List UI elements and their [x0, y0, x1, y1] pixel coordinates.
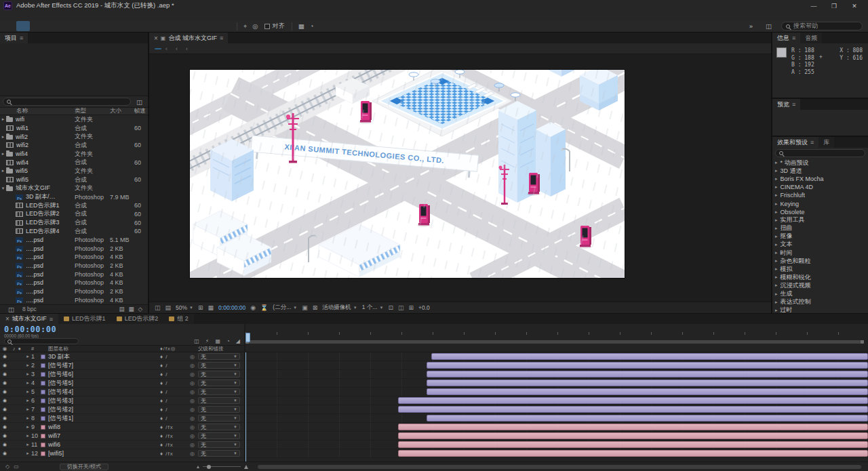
lock-column-icon[interactable]: ●: [18, 346, 22, 352]
layer-duration-bar[interactable]: [427, 371, 868, 377]
layer-name[interactable]: [wifi5]: [48, 450, 160, 457]
layer-duration-bar[interactable]: [427, 388, 868, 395]
label-color-chip[interactable]: [41, 451, 45, 456]
expander-icon[interactable]: ▸: [0, 151, 6, 157]
layer-row[interactable]: ◉ ▸ 7 [信号塔2] ♦ / ◎ 无▼: [0, 405, 244, 414]
layer-duration-bar[interactable]: [427, 415, 868, 422]
pickwhip-icon[interactable]: ◎: [190, 371, 198, 377]
layer-duration-bar[interactable]: [398, 450, 868, 457]
project-row[interactable]: ….psd Photoshop 4 KB: [0, 295, 148, 304]
chevron-right-icon[interactable]: ▸: [775, 283, 778, 288]
chevron-right-icon[interactable]: ▸: [775, 250, 778, 255]
layer-name[interactable]: [信号塔5]: [48, 379, 160, 388]
layer-row[interactable]: ◉ ▸ 5 [信号塔4] ♦ / ◎ 无▼: [0, 388, 244, 396]
chevron-right-icon[interactable]: ▸: [775, 176, 778, 182]
parent-dropdown[interactable]: 无▼: [198, 353, 240, 360]
draft-3d-icon[interactable]: ⚡: [205, 338, 210, 344]
zoom-tool[interactable]: [43, 21, 57, 31]
current-time-display[interactable]: 0:00:00:00: [218, 304, 245, 311]
label-color-chip[interactable]: [41, 425, 45, 430]
chevron-right-icon[interactable]: ▸: [775, 308, 778, 313]
label-color-chip[interactable]: [41, 372, 45, 377]
layer-duration-bar[interactable]: [398, 432, 868, 439]
timeline-track-row[interactable]: [245, 423, 868, 432]
graph-editor-icon[interactable]: ◢: [236, 338, 240, 344]
label-color-chip[interactable]: [41, 443, 45, 447]
workspace-overflow-chevron[interactable]: »: [749, 22, 753, 30]
current-time-indicator-line[interactable]: [245, 352, 246, 462]
close-icon[interactable]: ×: [154, 35, 158, 42]
timeline-track-row[interactable]: [245, 449, 868, 458]
project-row[interactable]: LED告示牌1 合成 60: [0, 201, 148, 210]
expander-icon[interactable]: ▸: [24, 424, 31, 430]
label-color-chip[interactable]: [41, 416, 45, 421]
expander-icon[interactable]: ▸: [24, 363, 31, 368]
effects-category[interactable]: ▸ Frischluft: [772, 191, 868, 199]
audio-column-icon[interactable]: ♪: [13, 346, 16, 352]
column-type[interactable]: 类型: [75, 107, 110, 115]
project-column-headers[interactable]: 名称 类型 大小 帧速: [0, 107, 148, 115]
layer-switches[interactable]: ♦ /fx: [160, 433, 190, 439]
parent-dropdown[interactable]: 无▼: [198, 415, 240, 422]
close-icon[interactable]: ×: [5, 315, 9, 323]
visibility-eye-icon[interactable]: ◉: [0, 407, 9, 412]
project-row[interactable]: ….psd Photoshop 5.1 MB: [0, 236, 148, 245]
expand-layers-icon[interactable]: ◇: [5, 464, 9, 470]
timeline-zoom-control[interactable]: [197, 465, 248, 469]
motion-blur-icon[interactable]: ◔: [226, 338, 230, 344]
timeline-track-row[interactable]: [245, 361, 868, 370]
timeline-track-row[interactable]: [245, 405, 868, 414]
pan-camera-tool[interactable]: [71, 21, 84, 31]
layer-switches[interactable]: ♦ /: [160, 389, 190, 395]
expander-icon[interactable]: ▸: [24, 415, 31, 421]
chevron-right-icon[interactable]: ▸: [775, 209, 778, 215]
zoom-slider-handle[interactable]: [207, 465, 211, 469]
parent-dropdown[interactable]: 无▼: [198, 450, 240, 457]
layer-name[interactable]: [信号塔4]: [48, 388, 160, 396]
breadcrumb-item[interactable]: [161, 45, 172, 52]
panel-menu-icon[interactable]: ≡: [810, 139, 814, 146]
maximize-button[interactable]: ❐: [824, 3, 844, 9]
timeline-track-row[interactable]: [245, 352, 868, 361]
time-ruler[interactable]: [245, 324, 868, 352]
show-snapshot-icon[interactable]: ▤: [165, 304, 172, 311]
effects-category[interactable]: ▸ * 动画预设: [772, 159, 868, 167]
number-column[interactable]: #: [31, 346, 41, 352]
layer-row[interactable]: ◉ ▸ 4 [信号塔5] ♦ / ◎ 无▼: [0, 379, 244, 388]
breadcrumb-item[interactable]: [182, 45, 192, 52]
parent-dropdown[interactable]: 无▼: [198, 406, 240, 413]
timeline-tab[interactable]: × 城市水文GIF ≡: [0, 314, 58, 324]
eraser-tool[interactable]: [193, 21, 206, 31]
label-color-chip[interactable]: [41, 363, 45, 368]
zoom-in-icon[interactable]: [244, 465, 248, 469]
label-color-chip[interactable]: [41, 398, 45, 403]
layer-row[interactable]: ◉ ▸ 9 wifi8 ♦ /fx ◎ 无▼: [0, 423, 244, 432]
effects-category[interactable]: ▸ 实用工具: [772, 216, 868, 224]
layer-switches[interactable]: ♦ /fx: [160, 442, 190, 448]
project-row[interactable]: LED告示牌4 合成 60: [0, 227, 148, 236]
expander-icon[interactable]: ▸: [24, 354, 31, 359]
effects-category[interactable]: ▸ Boris FX Mocha: [772, 175, 868, 183]
chevron-right-icon[interactable]: ▸: [775, 184, 778, 190]
column-name[interactable]: 名称: [0, 107, 75, 115]
effects-category[interactable]: ▸ 生成: [772, 290, 868, 298]
snapshot-camera-icon[interactable]: ◉: [250, 304, 256, 311]
layer-duration-bar[interactable]: [427, 362, 868, 369]
timeline-track-row[interactable]: [245, 414, 868, 423]
home-tool[interactable]: [3, 21, 16, 31]
layer-name[interactable]: wifi6: [48, 441, 160, 448]
effects-category[interactable]: ▸ Obsolete: [772, 208, 868, 216]
timeline-track-row[interactable]: [245, 370, 868, 379]
label-color-chip[interactable]: [41, 434, 45, 438]
project-row[interactable]: LED告示牌2 合成 60: [0, 210, 148, 219]
panel-menu-icon[interactable]: ≡: [220, 35, 223, 41]
effects-category[interactable]: ▸ CINEMA 4D: [772, 183, 868, 191]
pickwhip-icon[interactable]: ◎: [190, 380, 198, 386]
snap-toggle[interactable]: 对齐: [264, 22, 285, 30]
visibility-eye-icon[interactable]: ◉: [0, 389, 9, 394]
color-depth-button[interactable]: 8 bpc: [22, 306, 37, 312]
effects-category[interactable]: ▸ 文本: [772, 241, 868, 249]
effects-category[interactable]: ▸ 抠像: [772, 232, 868, 241]
timeline-tab[interactable]: × LED告示牌2 ≡: [111, 314, 164, 324]
label-color-chip[interactable]: [41, 390, 45, 394]
